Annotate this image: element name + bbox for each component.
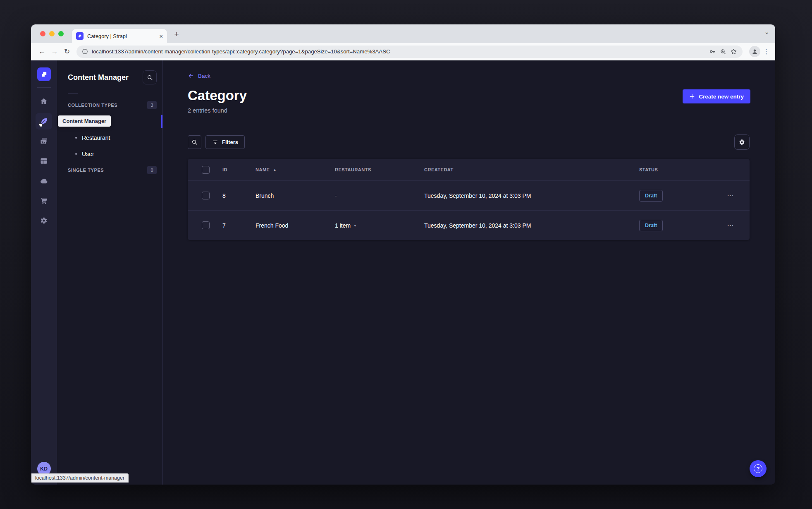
row-actions-button[interactable]: ⋯: [722, 192, 739, 199]
nav-content-type-builder-button[interactable]: [36, 153, 52, 169]
column-header-createdat[interactable]: CREATEDAT: [424, 167, 639, 172]
home-icon: [40, 97, 48, 106]
nav-rail: KD: [31, 60, 57, 485]
url-text: localhost:1337/admin/content-manager/col…: [92, 48, 705, 55]
row-checkbox[interactable]: [202, 192, 210, 199]
help-button[interactable]: ?: [750, 460, 767, 477]
column-header-status[interactable]: STATUS: [639, 167, 722, 172]
page-title: Category: [188, 88, 750, 103]
settings-gear-icon: [40, 216, 48, 225]
column-header-id[interactable]: ID: [222, 167, 256, 172]
row-actions-button[interactable]: ⋯: [722, 221, 739, 229]
filters-row: Filters: [188, 134, 750, 150]
strapi-favicon-icon: [76, 32, 84, 40]
back-label: Back: [198, 73, 210, 79]
sidebar-item-label: User: [82, 151, 94, 157]
sidebar-item-user[interactable]: User: [57, 146, 162, 162]
nav-settings-button[interactable]: [36, 212, 52, 229]
create-new-entry-button[interactable]: Create new entry: [683, 89, 750, 103]
strapi-logo[interactable]: [37, 67, 51, 81]
sidebar-item-label: Restaurant: [82, 134, 110, 141]
table-settings-button[interactable]: [734, 134, 750, 150]
back-arrow-icon: [188, 72, 194, 79]
nav-media-library-button[interactable]: [36, 133, 52, 149]
tab-close-icon[interactable]: ×: [159, 33, 163, 39]
table-row[interactable]: 8 Brunch - Tuesday, September 10, 2024 a…: [188, 180, 750, 210]
sort-ascending-icon: ▲: [273, 168, 276, 172]
search-icon: [147, 74, 153, 81]
nav-cloud-button[interactable]: [36, 173, 52, 189]
site-info-icon[interactable]: [82, 48, 88, 55]
cell-id: 7: [222, 222, 256, 229]
close-window-button[interactable]: [40, 31, 45, 36]
content-manager-tooltip: Content Manager: [58, 115, 111, 127]
tab-search-chevron-icon[interactable]: ⌄: [764, 28, 769, 36]
subnav-divider: [68, 93, 78, 94]
entries-table: ID NAME ▲ RESTAURANTS CREATEDAT STATUS 8…: [188, 159, 750, 240]
select-all-checkbox[interactable]: [202, 166, 210, 174]
filters-button[interactable]: Filters: [205, 135, 245, 149]
password-key-icon[interactable]: [709, 48, 716, 55]
maximize-window-button[interactable]: [58, 31, 64, 36]
table-search-button[interactable]: [188, 135, 201, 149]
forward-button[interactable]: →: [48, 48, 61, 56]
main-content: Back Category 2 entries found Create new…: [163, 60, 775, 485]
nav-marketplace-button[interactable]: [36, 192, 52, 209]
browser-toolbar: ← → ↻ localhost:1337/admin/content-manag…: [31, 43, 775, 60]
status-badge: Draft: [639, 190, 663, 202]
plus-icon: [689, 94, 695, 99]
sidebar-item-restaurant[interactable]: Restaurant: [57, 130, 162, 146]
browser-window: Category | Strapi × + ⌄ ← → ↻ localhost:…: [31, 24, 775, 485]
browser-tab[interactable]: Category | Strapi ×: [72, 29, 167, 43]
help-question-icon: ?: [754, 464, 762, 473]
column-header-restaurants[interactable]: RESTAURANTS: [335, 167, 424, 172]
cell-restaurants: -: [335, 192, 424, 199]
row-checkbox[interactable]: [202, 221, 210, 229]
reload-button[interactable]: ↻: [61, 47, 73, 56]
nav-content-manager-button[interactable]: [36, 113, 52, 130]
filter-icon: [212, 139, 218, 145]
cell-id: 8: [222, 192, 256, 199]
column-header-name[interactable]: NAME ▲: [256, 167, 335, 172]
subnav-search-button[interactable]: [143, 70, 157, 84]
single-types-label: SINGLE TYPES: [68, 168, 104, 173]
cell-name: French Food: [256, 222, 335, 229]
nav-home-button[interactable]: [36, 93, 52, 110]
chevron-down-icon: ▾: [354, 223, 356, 228]
create-new-entry-label: Create new entry: [699, 94, 744, 100]
table-header-row: ID NAME ▲ RESTAURANTS CREATEDAT STATUS: [188, 159, 750, 180]
content-manager-pen-icon: [40, 117, 48, 125]
media-library-icon: [40, 137, 48, 145]
search-icon: [191, 139, 198, 145]
collection-types-count-badge: 3: [147, 101, 157, 109]
back-button[interactable]: ←: [36, 48, 48, 56]
browser-tab-strip: Category | Strapi × + ⌄: [31, 24, 775, 43]
zoom-icon[interactable]: [720, 48, 726, 55]
filters-label: Filters: [222, 139, 238, 145]
bookmark-star-icon[interactable]: [730, 48, 737, 55]
restaurants-count-label: 1 item: [335, 222, 351, 229]
marketplace-cart-icon: [40, 197, 48, 205]
collection-types-label: COLLECTION TYPES: [68, 103, 117, 108]
table-row[interactable]: 7 French Food 1 item ▾ Tuesday, Septembe…: [188, 210, 750, 240]
address-bar[interactable]: localhost:1337/admin/content-manager/col…: [76, 46, 743, 58]
status-bar-url: localhost:1337/admin/content-manager: [31, 473, 129, 483]
strapi-app: KD Content Manager COLLECTION TYPES 3: [31, 60, 775, 485]
bullet-icon: [75, 153, 77, 155]
subnav-title: Content Manager: [68, 73, 129, 82]
status-badge: Draft: [639, 220, 663, 231]
cell-restaurants[interactable]: 1 item ▾: [335, 222, 424, 229]
entries-count: 2 entries found: [188, 107, 750, 114]
new-tab-button[interactable]: +: [172, 29, 182, 39]
browser-profile-button[interactable]: [749, 46, 760, 57]
cell-createdat: Tuesday, September 10, 2024 at 3:03 PM: [424, 222, 639, 229]
traffic-lights: [40, 31, 64, 36]
cell-createdat: Tuesday, September 10, 2024 at 3:03 PM: [424, 192, 639, 199]
bullet-icon: [75, 137, 77, 139]
back-link[interactable]: Back: [188, 72, 210, 79]
gear-icon: [738, 139, 745, 146]
cloud-icon: [40, 177, 48, 185]
tab-title: Category | Strapi: [87, 33, 155, 39]
minimize-window-button[interactable]: [49, 31, 55, 36]
browser-menu-button[interactable]: ⋮: [763, 48, 770, 55]
